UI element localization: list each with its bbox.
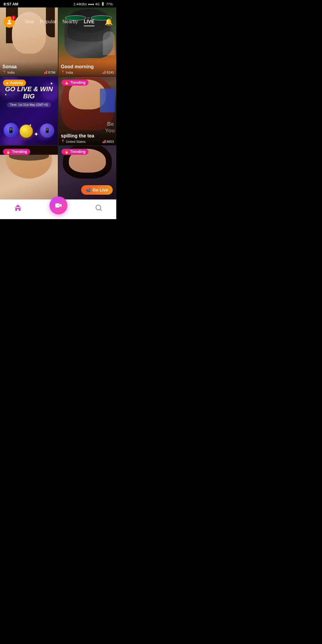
tab-nearby[interactable]: Nearby — [63, 18, 78, 26]
user-avatar[interactable]: 2 — [4, 16, 15, 28]
card-viewers-sonaa: 8796 — [44, 71, 55, 74]
badge-trending-tea: 🔥 Trending — [61, 80, 89, 86]
badge-trending-lower2: 🔥 Trending — [61, 149, 89, 155]
go-live-button[interactable]: 📹 Go Live — [81, 185, 113, 195]
tab-live[interactable]: LIVE — [84, 18, 95, 26]
card-meta-goodmorning: 📍 India 8243 — [61, 70, 114, 74]
svg-point-0 — [8, 20, 10, 22]
battery-level: 77% — [106, 2, 113, 6]
notification-bell[interactable]: 🔔 — [105, 18, 113, 26]
location-pin-icon-3: 📍 — [61, 140, 65, 143]
card-location-tea: 📍 United States — [61, 140, 86, 143]
nav-search[interactable] — [95, 204, 103, 213]
badge-trending-lower1: 🔥 Trending — [3, 149, 30, 155]
status-right: 2.44KB/s ●●● 4G 🔋 77% — [74, 2, 113, 6]
card-location-goodmorning: 📍 India — [61, 70, 73, 74]
svg-point-2 — [96, 205, 100, 210]
flame-icon-tea: 🔥 — [64, 80, 69, 85]
svg-point-1 — [58, 205, 59, 206]
promo-title: GO LIVE & WIN BIG — [3, 86, 55, 100]
card-location-sonaa: 📍 India — [2, 70, 15, 74]
tab-list: New Popular Nearby LIVE — [25, 18, 94, 26]
card-name-sonaa: Sonaa — [2, 64, 55, 69]
promo-subtitle: Time: 1st-31st May (GMT+8) — [7, 102, 51, 107]
network-speed: 2.44KB/s — [74, 2, 87, 6]
network-type: 4G — [95, 2, 100, 6]
card-name-tea: spilling the tea — [61, 133, 114, 139]
card-info-goodmorning: Good morning 📍 India 8243 — [58, 62, 116, 76]
flame-icon-lower1: 🔥 — [6, 150, 10, 154]
card-tea[interactable]: Be You 🔥 Trending spilling the tea 📍 Uni… — [58, 77, 116, 145]
person-icon — [6, 19, 13, 25]
card-name-goodmorning: Good morning — [61, 64, 114, 69]
location-pin-icon-2: 📍 — [61, 70, 65, 74]
record-icon — [54, 201, 63, 210]
card-meta-sonaa: 📍 India 8796 — [2, 70, 55, 74]
card-viewers-goodmorning: 8243 — [103, 71, 114, 74]
notification-badge: 2 — [11, 16, 16, 20]
card-lower1[interactable]: 🔥 Trending — [0, 146, 58, 199]
location-pin-icon: 📍 — [2, 70, 7, 74]
tab-new[interactable]: New — [25, 18, 34, 26]
status-bar: 8:57 AM 2.44KB/s ●●● 4G 🔋 77% — [0, 0, 116, 7]
content-grid: Sonaa 📍 India 8796 — [0, 7, 116, 199]
card-info-sonaa: Sonaa 📍 India 8796 — [0, 62, 58, 76]
status-time: 8:57 AM — [4, 2, 18, 6]
card-info-tea: spilling the tea 📍 United States 8653 — [58, 131, 116, 145]
home-icon — [13, 203, 22, 212]
search-icon — [95, 204, 103, 212]
nav-record-button[interactable] — [49, 196, 67, 214]
tab-popular[interactable]: Popular — [40, 18, 56, 26]
activity-icon: ● — [6, 80, 8, 85]
badge-activity: ● Activity — [3, 80, 26, 86]
battery-icon: 🔋 — [101, 2, 105, 6]
go-live-label: Go Live — [93, 188, 108, 192]
camera-icon: 📹 — [86, 188, 91, 192]
flame-icon-lower2: 🔥 — [64, 150, 69, 154]
nav-home[interactable] — [13, 203, 22, 213]
nav-tabs: 2 New Popular Nearby LIVE 🔔 — [0, 16, 116, 28]
card-promo[interactable]: GO LIVE & WIN BIG Time: 1st-31st May (GM… — [0, 77, 58, 145]
signal-icon: ●●● — [88, 2, 94, 6]
bottom-nav — [0, 199, 116, 219]
card-viewers-tea: 8653 — [103, 140, 114, 143]
card-meta-tea: 📍 United States 8653 — [61, 140, 114, 143]
card-lower2[interactable]: 🔥 Trending 📹 Go Live — [58, 146, 116, 199]
